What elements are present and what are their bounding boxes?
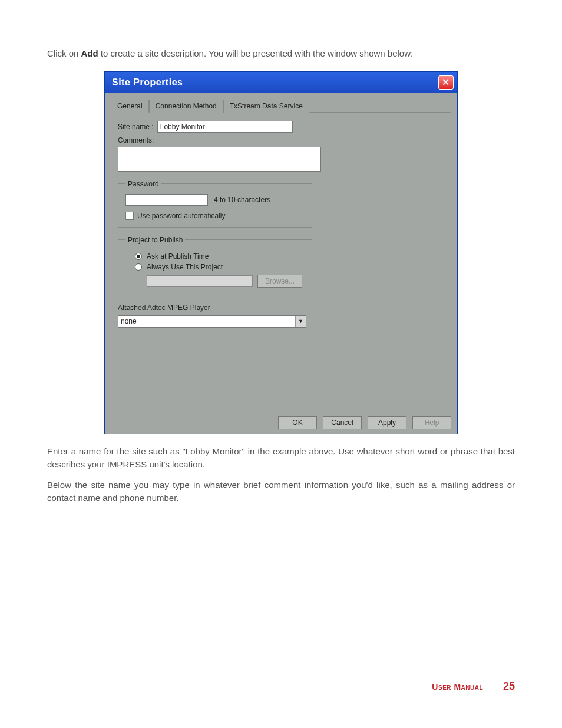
attached-player-dropdown[interactable]: none ▼ xyxy=(118,315,306,328)
titlebar: Site Properties ✕ xyxy=(105,72,457,93)
close-button[interactable]: ✕ xyxy=(438,75,454,90)
page-footer: User Manual 25 xyxy=(432,680,515,693)
attached-player-label: Attached Adtec MPEG Player xyxy=(118,304,441,312)
footer-page-number: 25 xyxy=(503,680,515,692)
dialog-button-row: OK Cancel Apply Help xyxy=(105,411,457,434)
ok-button[interactable]: OK xyxy=(278,416,317,429)
general-tab-panel: Site name : Comments: Password 4 to 10 c… xyxy=(111,117,451,406)
use-password-auto-checkbox[interactable] xyxy=(125,212,134,220)
password-hint: 4 to 10 characters xyxy=(214,196,270,204)
help-button[interactable]: Help xyxy=(412,416,451,429)
dropdown-value: none xyxy=(121,317,137,325)
site-name-label: Site name : xyxy=(118,123,154,131)
comments-textarea[interactable] xyxy=(118,147,321,172)
cancel-button[interactable]: Cancel xyxy=(323,416,362,429)
project-legend: Project to Publish xyxy=(125,236,185,244)
footer-label: User Manual xyxy=(432,682,483,691)
use-password-auto-label: Use password automatically xyxy=(137,212,225,220)
intro-bold: Add xyxy=(81,48,98,58)
intro-paragraph: Click on Add to create a site descriptio… xyxy=(47,47,515,61)
tabs: General Connection Method TxStream Data … xyxy=(111,99,451,113)
password-group: Password 4 to 10 characters Use password… xyxy=(118,180,312,228)
paragraph-1: Enter a name for the site such as "Lobby… xyxy=(47,445,515,472)
dialog-screenshot: Site Properties ✕ General Connection Met… xyxy=(47,71,515,434)
tab-txstream-data-service[interactable]: TxStream Data Service xyxy=(223,100,309,113)
radio-ask-publish-time[interactable] xyxy=(135,253,142,260)
radio-always-use-project[interactable] xyxy=(135,263,142,271)
dialog-body: General Connection Method TxStream Data … xyxy=(105,93,457,411)
radio-ask-label: Ask at Publish Time xyxy=(147,252,209,261)
project-path-input xyxy=(147,275,253,287)
dialog-title: Site Properties xyxy=(112,77,183,88)
site-properties-dialog: Site Properties ✕ General Connection Met… xyxy=(104,71,458,434)
comments-label: Comments: xyxy=(118,136,154,144)
intro-post: to create a site description. You will b… xyxy=(98,48,413,58)
apply-button[interactable]: Apply xyxy=(368,416,406,429)
chevron-down-icon: ▼ xyxy=(295,316,306,327)
radio-always-label: Always Use This Project xyxy=(147,263,223,271)
paragraph-2: Below the site name you may type in what… xyxy=(47,479,515,505)
close-icon: ✕ xyxy=(442,78,450,87)
browse-button[interactable]: Browse... xyxy=(257,275,302,288)
password-legend: Password xyxy=(125,180,161,188)
intro-pre: Click on xyxy=(47,48,81,58)
tab-general[interactable]: General xyxy=(111,100,149,113)
site-name-input[interactable] xyxy=(157,121,293,133)
tab-connection-method[interactable]: Connection Method xyxy=(149,100,223,113)
password-input[interactable] xyxy=(125,194,208,206)
project-to-publish-group: Project to Publish Ask at Publish Time A… xyxy=(118,236,312,295)
